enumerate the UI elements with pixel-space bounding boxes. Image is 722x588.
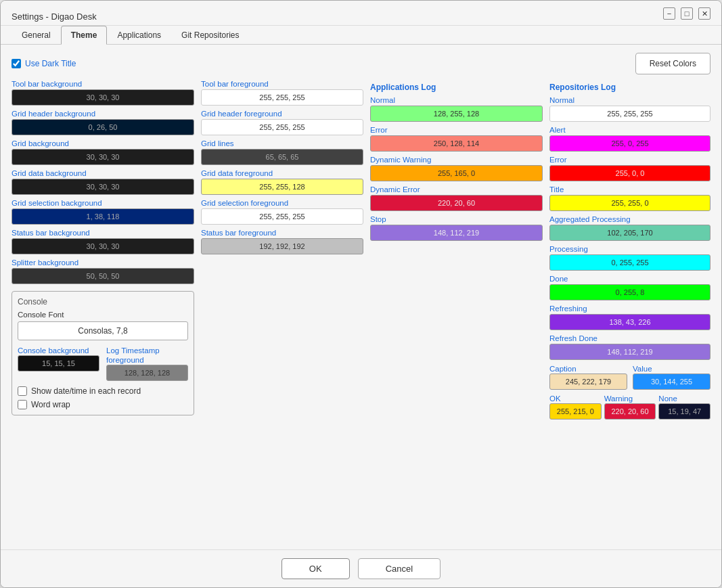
warning-group: Warning 220, 20, 60 bbox=[604, 394, 656, 420]
repo-aggproc-label: Aggregated Processing bbox=[549, 215, 710, 223]
repo-proc-box[interactable]: 0, 255, 255 bbox=[549, 254, 710, 271]
grid-data-fg-group: Grid data foreground 255, 255, 128 bbox=[201, 169, 363, 195]
warning-label: Warning bbox=[604, 394, 633, 403]
app-dynerr-label: Dynamic Error bbox=[370, 185, 543, 194]
tab-general[interactable]: General bbox=[12, 26, 61, 45]
repo-error-box[interactable]: 255, 0, 0 bbox=[549, 165, 710, 181]
app-error-box[interactable]: 250, 128, 114 bbox=[370, 135, 543, 152]
ok-box[interactable]: 255, 215, 0 bbox=[549, 403, 602, 420]
minimize-button[interactable]: − bbox=[663, 7, 675, 20]
repo-proc-label: Processing bbox=[549, 245, 710, 253]
grid-sel-bg-group: Grid selection background 1, 38, 118 bbox=[12, 199, 194, 225]
value-label: Value bbox=[633, 365, 652, 373]
show-datetime-checkbox[interactable] bbox=[18, 386, 27, 396]
grid-sel-bg-label: Grid selection background bbox=[12, 199, 194, 207]
app-normal-box[interactable]: 128, 255, 128 bbox=[370, 106, 543, 122]
app-stop-label: Stop bbox=[370, 215, 543, 223]
grid-sel-bg-box[interactable]: 1, 38, 118 bbox=[12, 208, 194, 225]
status-bar-fg-group: Status bar foreground 192, 192, 192 bbox=[201, 229, 363, 254]
grid-bg-label: Grid background bbox=[12, 139, 194, 148]
console-title: Console bbox=[18, 297, 188, 307]
use-dark-title-checkbox[interactable] bbox=[12, 59, 21, 68]
ok-label: OK bbox=[549, 394, 561, 403]
caption-value-row: Caption 245, 222, 179 Value 30, 144, 255 bbox=[549, 364, 710, 390]
app-dynwarn-box[interactable]: 255, 165, 0 bbox=[370, 165, 543, 181]
console-bg-box[interactable]: 15, 15, 15 bbox=[18, 355, 99, 371]
repo-refresh-box[interactable]: 138, 43, 226 bbox=[549, 314, 710, 330]
mid-column: Tool bar foreground 255, 255, 255 Grid h… bbox=[201, 80, 363, 541]
tab-git-repositories[interactable]: Git Repositories bbox=[171, 26, 249, 45]
word-wrap-label: Word wrap bbox=[31, 400, 70, 409]
app-log-header: Applications Log bbox=[370, 83, 543, 92]
console-checkboxes: Show date/time in each record Word wrap bbox=[18, 386, 188, 409]
show-datetime-row[interactable]: Show date/time in each record bbox=[18, 386, 188, 396]
use-dark-title-label[interactable]: Use Dark Title bbox=[12, 59, 76, 68]
none-label: None bbox=[658, 394, 677, 403]
close-button[interactable]: ✕ bbox=[698, 7, 710, 20]
maximize-button[interactable]: □ bbox=[681, 7, 693, 20]
toolbar-fg-box[interactable]: 255, 255, 255 bbox=[201, 89, 363, 106]
grid-header-fg-label: Grid header foreground bbox=[201, 110, 363, 118]
app-dynwarn-group: Dynamic Warning 255, 165, 0 bbox=[370, 156, 543, 181]
word-wrap-checkbox[interactable] bbox=[18, 400, 27, 409]
repo-refdone-label: Refresh Done bbox=[549, 334, 710, 342]
repo-aggproc-group: Aggregated Processing 102, 205, 170 bbox=[549, 215, 710, 241]
repo-done-box[interactable]: 0, 255, 8 bbox=[549, 284, 710, 300]
app-stop-group: Stop 148, 112, 219 bbox=[370, 215, 543, 241]
reset-colors-button[interactable]: Reset Colors bbox=[635, 53, 710, 74]
ok-group: OK 255, 215, 0 bbox=[549, 394, 602, 420]
repo-error-label: Error bbox=[549, 156, 710, 164]
grid-header-fg-box[interactable]: 255, 255, 255 bbox=[201, 119, 363, 135]
repo-alert-label: Alert bbox=[549, 126, 710, 134]
toolbar-bg-box[interactable]: 30, 30, 30 bbox=[12, 89, 194, 106]
grid-header-fg-group: Grid header foreground 255, 255, 255 bbox=[201, 110, 363, 135]
grid-data-fg-box[interactable]: 255, 255, 128 bbox=[201, 179, 363, 195]
caption-label: Caption bbox=[549, 365, 577, 373]
warning-box[interactable]: 220, 20, 60 bbox=[604, 403, 656, 420]
repo-log-column: Repositories Log Normal 255, 255, 255 Al… bbox=[549, 80, 710, 541]
caption-group: Caption 245, 222, 179 bbox=[549, 364, 627, 390]
repo-alert-box[interactable]: 255, 0, 255 bbox=[549, 135, 710, 152]
repo-title-box[interactable]: 255, 255, 0 bbox=[549, 195, 710, 211]
console-ts-box[interactable]: 128, 128, 128 bbox=[106, 365, 188, 381]
cancel-button[interactable]: Cancel bbox=[358, 558, 441, 579]
app-dynerr-box[interactable]: 220, 20, 60 bbox=[370, 195, 543, 211]
repo-normal-box[interactable]: 255, 255, 255 bbox=[549, 106, 710, 122]
grid-data-bg-box[interactable]: 30, 30, 30 bbox=[12, 179, 194, 195]
app-stop-box[interactable]: 148, 112, 219 bbox=[370, 225, 543, 241]
repo-normal-group: Normal 255, 255, 255 bbox=[549, 96, 710, 122]
ok-button[interactable]: OK bbox=[281, 558, 350, 579]
app-error-label: Error bbox=[370, 126, 543, 134]
app-dynerr-group: Dynamic Error 220, 20, 60 bbox=[370, 185, 543, 211]
show-datetime-label: Show date/time in each record bbox=[31, 386, 141, 396]
status-bar-fg-box[interactable]: 192, 192, 192 bbox=[201, 238, 363, 254]
grid-header-bg-box[interactable]: 0, 26, 50 bbox=[12, 119, 194, 135]
repo-aggproc-box[interactable]: 102, 205, 170 bbox=[549, 225, 710, 241]
ok-warn-none-row: OK 255, 215, 0 Warning 220, 20, 60 None … bbox=[549, 394, 710, 420]
repo-title-group: Title 255, 255, 0 bbox=[549, 185, 710, 211]
repo-refresh-label: Refreshing bbox=[549, 304, 710, 313]
repo-title-label: Title bbox=[549, 185, 710, 194]
grid-data-fg-label: Grid data foreground bbox=[201, 169, 363, 177]
grid-sel-fg-label: Grid selection foreground bbox=[201, 199, 363, 207]
grid-header-bg-label: Grid header background bbox=[12, 110, 194, 118]
repo-error-group: Error 255, 0, 0 bbox=[549, 156, 710, 181]
console-font-box[interactable]: Consolas, 7,8 bbox=[18, 321, 188, 340]
repo-proc-group: Processing 0, 255, 255 bbox=[549, 245, 710, 271]
window-controls: − □ ✕ bbox=[663, 7, 710, 20]
grid-lines-box[interactable]: 65, 65, 65 bbox=[201, 149, 363, 165]
word-wrap-row[interactable]: Word wrap bbox=[18, 400, 188, 409]
repo-refdone-box[interactable]: 148, 112, 219 bbox=[549, 344, 710, 360]
tabs-bar: General Theme Applications Git Repositor… bbox=[1, 26, 721, 45]
grid-bg-group: Grid background 30, 30, 30 bbox=[12, 139, 194, 165]
value-box[interactable]: 30, 144, 255 bbox=[633, 374, 710, 390]
tab-applications[interactable]: Applications bbox=[107, 26, 171, 45]
grid-sel-fg-box[interactable]: 255, 255, 255 bbox=[201, 208, 363, 225]
status-bar-bg-box[interactable]: 30, 30, 30 bbox=[12, 238, 194, 254]
repo-done-label: Done bbox=[549, 275, 710, 283]
tab-theme[interactable]: Theme bbox=[61, 26, 108, 45]
grid-bg-box[interactable]: 30, 30, 30 bbox=[12, 149, 194, 165]
splitter-bg-box[interactable]: 50, 50, 50 bbox=[12, 268, 194, 284]
caption-box[interactable]: 245, 222, 179 bbox=[549, 374, 627, 390]
none-box[interactable]: 15, 19, 47 bbox=[658, 403, 710, 420]
